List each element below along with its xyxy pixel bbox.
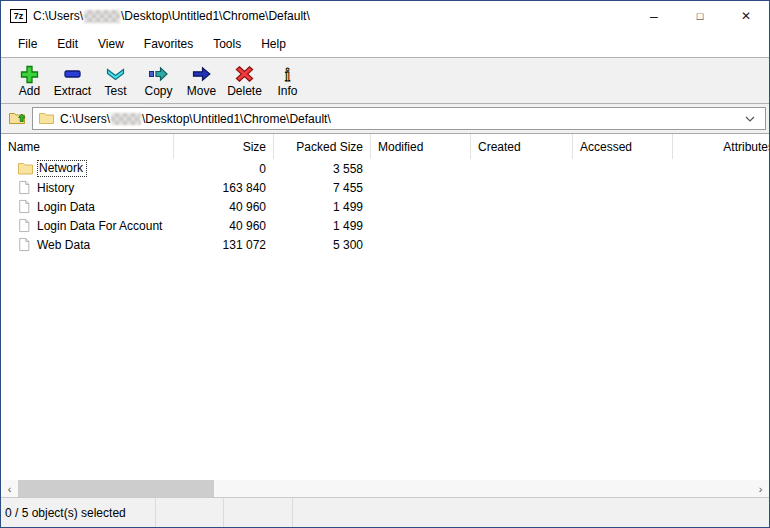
add-plus-icon — [19, 64, 40, 84]
menubar: File Edit View Favorites Tools Help — [1, 31, 769, 57]
folder-icon — [18, 162, 33, 175]
file-name: Web Data — [37, 238, 90, 252]
add-button[interactable]: Add — [8, 64, 51, 98]
statusbar-pane — [156, 498, 224, 527]
column-header-name[interactable]: Name — [1, 134, 174, 159]
statusbar: 0 / 5 object(s) selected — [1, 497, 769, 527]
toolbar-button-label: Add — [19, 85, 40, 98]
extract-bar-icon — [62, 64, 83, 84]
statusbar-pane — [293, 498, 769, 527]
addressbar: C:\Users\\Desktop\Untitled1\Chrome\Defau… — [1, 104, 769, 134]
file-size: 0 — [174, 162, 274, 176]
toolbar: Add Extract Test Copy Move Delete i Info — [1, 57, 769, 104]
column-headers: Name Size Packed Size Modified Created A… — [1, 134, 769, 159]
titlebar: 7z C:\Users\\Desktop\Untitled1\Chrome\De… — [1, 1, 769, 31]
maximize-button[interactable]: □ — [677, 1, 723, 31]
file-packed-size: 7 455 — [274, 181, 371, 195]
address-path-prefix: C:\Users\ — [60, 112, 110, 126]
file-icon — [18, 218, 33, 233]
svg-text:i: i — [285, 64, 290, 84]
copy-arrow-icon — [148, 64, 169, 84]
file-size: 40 960 — [174, 200, 274, 214]
scrollbar-thumb[interactable] — [18, 480, 214, 497]
menu-file[interactable]: File — [8, 33, 47, 55]
minimize-icon: – — [650, 8, 658, 24]
column-header-size[interactable]: Size — [174, 134, 274, 159]
horizontal-scrollbar: ‹ › — [1, 480, 769, 497]
extract-button[interactable]: Extract — [51, 64, 94, 98]
menu-view[interactable]: View — [88, 33, 134, 55]
table-row-web-data[interactable]: Web Data 131 072 5 300 — [1, 235, 769, 254]
statusbar-pane — [224, 498, 293, 527]
caption-buttons: – □ ✕ — [631, 1, 769, 31]
table-row-login-data[interactable]: Login Data 40 960 1 499 — [1, 197, 769, 216]
table-row-history[interactable]: History 163 840 7 455 — [1, 178, 769, 197]
file-name: Login Data For Account — [37, 219, 162, 233]
file-packed-size: 1 499 — [274, 219, 371, 233]
scroll-left-icon[interactable]: ‹ — [1, 480, 18, 497]
window-title: C:\Users\\Desktop\Untitled1\Chrome\Defau… — [33, 9, 310, 23]
toolbar-button-label: Move — [187, 85, 216, 98]
column-header-accessed[interactable]: Accessed — [573, 134, 673, 159]
title-path-suffix: \Desktop\Untitled1\Chrome\Default\ — [121, 9, 310, 23]
file-packed-size: 3 558 — [274, 162, 371, 176]
file-icon — [18, 180, 33, 195]
redacted-username — [111, 113, 141, 125]
test-button[interactable]: Test — [94, 64, 137, 98]
menu-tools[interactable]: Tools — [203, 33, 251, 55]
scrollbar-track[interactable] — [18, 480, 752, 497]
file-name: Network — [37, 160, 87, 177]
column-header-modified[interactable]: Modified — [371, 134, 471, 159]
toolbar-button-label: Copy — [144, 85, 172, 98]
menu-help[interactable]: Help — [251, 33, 296, 55]
up-one-level-button[interactable] — [3, 106, 32, 132]
chevron-down-icon[interactable] — [737, 116, 763, 122]
close-button[interactable]: ✕ — [723, 1, 769, 31]
scroll-right-icon[interactable]: › — [752, 480, 769, 497]
toolbar-button-label: Test — [104, 85, 126, 98]
column-header-attributes[interactable]: Attributes — [673, 134, 769, 159]
table-row-login-data-for-account[interactable]: Login Data For Account 40 960 1 499 — [1, 216, 769, 235]
file-name: History — [37, 181, 74, 195]
file-size: 40 960 — [174, 219, 274, 233]
file-list-view: Name Size Packed Size Modified Created A… — [1, 134, 769, 497]
file-icon — [18, 199, 33, 214]
file-packed-size: 5 300 — [274, 238, 371, 252]
folder-icon — [39, 111, 54, 127]
toolbar-button-label: Extract — [54, 85, 91, 98]
delete-button[interactable]: Delete — [223, 64, 266, 98]
title-path-prefix: C:\Users\ — [33, 9, 83, 23]
close-icon: ✕ — [741, 9, 751, 23]
test-check-icon — [105, 64, 126, 84]
move-arrow-icon — [191, 64, 212, 84]
column-header-packed-size[interactable]: Packed Size — [274, 134, 371, 159]
toolbar-button-label: Info — [277, 85, 297, 98]
copy-button[interactable]: Copy — [137, 64, 180, 98]
table-row-network[interactable]: Network 0 3 558 — [1, 159, 769, 178]
file-size: 131 072 — [174, 238, 274, 252]
minimize-button[interactable]: – — [631, 1, 677, 31]
toolbar-button-label: Delete — [227, 85, 262, 98]
folder-up-icon — [8, 109, 28, 129]
selection-status: 0 / 5 object(s) selected — [1, 498, 156, 527]
address-path: C:\Users\\Desktop\Untitled1\Chrome\Defau… — [60, 112, 331, 126]
menu-edit[interactable]: Edit — [47, 33, 88, 55]
app-7zip-icon: 7z — [10, 9, 27, 23]
address-combobox[interactable]: C:\Users\\Desktop\Untitled1\Chrome\Defau… — [32, 107, 766, 130]
file-icon — [18, 237, 33, 252]
7zip-file-manager-window: 7z C:\Users\\Desktop\Untitled1\Chrome\De… — [0, 0, 770, 528]
info-icon: i — [277, 64, 298, 84]
move-button[interactable]: Move — [180, 64, 223, 98]
file-name: Login Data — [37, 200, 95, 214]
file-packed-size: 1 499 — [274, 200, 371, 214]
column-header-created[interactable]: Created — [471, 134, 573, 159]
menu-favorites[interactable]: Favorites — [134, 33, 203, 55]
delete-x-icon — [234, 64, 255, 84]
file-rows: Network 0 3 558 History 163 840 7 455 Lo… — [1, 159, 769, 480]
info-button[interactable]: i Info — [266, 64, 309, 98]
maximize-icon: □ — [697, 10, 704, 22]
address-path-suffix: \Desktop\Untitled1\Chrome\Default\ — [142, 112, 331, 126]
file-size: 163 840 — [174, 181, 274, 195]
redacted-username — [84, 10, 120, 23]
